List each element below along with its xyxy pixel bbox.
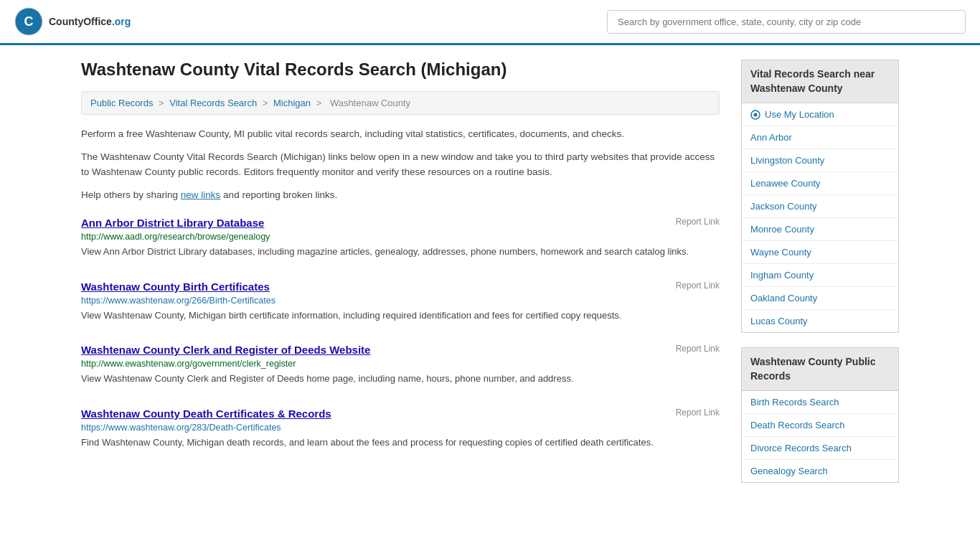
public-records-list: Birth Records SearchDeath Records Search… bbox=[741, 391, 899, 483]
sidebar-public-record-link[interactable]: Genealogy Search bbox=[750, 466, 828, 476]
report-link[interactable]: Report Link bbox=[676, 281, 720, 291]
sidebar-public-record-link[interactable]: Divorce Records Search bbox=[750, 443, 852, 453]
nearby-header: Vital Records Search near Washtenaw Coun… bbox=[741, 60, 899, 103]
sidebar-public-record-link[interactable]: Birth Records Search bbox=[750, 397, 839, 408]
resource-title[interactable]: Ann Arbor District Library Database bbox=[81, 217, 264, 229]
nearby-list: Use My Location Ann ArborLivingston Coun… bbox=[741, 103, 899, 333]
public-records-section: Washtenaw County Public Records Birth Re… bbox=[741, 347, 899, 483]
breadcrumb-sep3: > bbox=[316, 98, 324, 108]
sidebar-nearby-item: Lucas County bbox=[742, 310, 898, 332]
sidebar-nearby-link[interactable]: Lenawee County bbox=[750, 178, 821, 189]
report-link[interactable]: Report Link bbox=[676, 408, 720, 418]
sidebar-nearby-item: Ann Arbor bbox=[742, 126, 898, 149]
sidebar-nearby-link[interactable]: Livingston County bbox=[750, 155, 824, 166]
sidebar-nearby-item: Wayne County bbox=[742, 241, 898, 264]
sidebar-nearby-item: Oakland County bbox=[742, 287, 898, 310]
svg-text:C: C bbox=[24, 14, 34, 29]
sidebar: Vital Records Search near Washtenaw Coun… bbox=[741, 60, 899, 497]
header: C CountyOffice.org bbox=[0, 0, 980, 45]
sidebar-nearby-link[interactable]: Oakland County bbox=[750, 293, 817, 303]
sidebar-nearby-item: Ingham County bbox=[742, 264, 898, 287]
nearby-section: Vital Records Search near Washtenaw Coun… bbox=[741, 60, 899, 333]
public-records-header: Washtenaw County Public Records bbox=[741, 347, 899, 391]
sidebar-public-record-item: Genealogy Search bbox=[742, 460, 898, 482]
breadcrumb: Public Records > Vital Records Search > … bbox=[81, 91, 720, 115]
sidebar-nearby-link[interactable]: Monroe County bbox=[750, 224, 814, 235]
resource-description: View Washtenaw County Clerk and Register… bbox=[81, 372, 720, 386]
description-1: Perform a free Washtenaw County, MI publ… bbox=[81, 126, 720, 142]
breadcrumb-sep2: > bbox=[263, 98, 270, 108]
resources-list: Ann Arbor District Library Database Repo… bbox=[81, 217, 720, 456]
resource-title[interactable]: Washtenaw County Death Certificates & Re… bbox=[81, 408, 331, 420]
logo-text: CountyOffice.org bbox=[49, 16, 131, 27]
sidebar-nearby-link[interactable]: Jackson County bbox=[750, 201, 817, 212]
resource-item: Washtenaw County Birth Certificates Repo… bbox=[81, 281, 720, 330]
sidebar-nearby-link[interactable]: Ingham County bbox=[750, 270, 814, 281]
resource-item: Ann Arbor District Library Database Repo… bbox=[81, 217, 720, 266]
sidebar-public-record-item: Death Records Search bbox=[742, 414, 898, 437]
nearby-links: Ann ArborLivingston CountyLenawee County… bbox=[742, 126, 898, 332]
search-input[interactable] bbox=[607, 10, 966, 34]
resource-title[interactable]: Washtenaw County Birth Certificates bbox=[81, 281, 270, 293]
resource-title[interactable]: Washtenaw County Clerk and Register of D… bbox=[81, 344, 370, 356]
resource-url: http://www.aadl.org/research/browse/gene… bbox=[81, 232, 720, 242]
sidebar-nearby-item: Lenawee County bbox=[742, 172, 898, 195]
breadcrumb-current: Washtenaw County bbox=[330, 98, 410, 108]
sidebar-nearby-link[interactable]: Lucas County bbox=[750, 316, 808, 326]
location-icon bbox=[750, 110, 760, 120]
breadcrumb-public-records[interactable]: Public Records bbox=[90, 98, 153, 108]
search-bar[interactable] bbox=[607, 10, 966, 34]
resource-description: View Ann Arbor District Library database… bbox=[81, 245, 720, 259]
logo-icon: C bbox=[14, 7, 43, 36]
resource-header: Ann Arbor District Library Database Repo… bbox=[81, 217, 720, 229]
resource-header: Washtenaw County Death Certificates & Re… bbox=[81, 408, 720, 420]
breadcrumb-vital-records[interactable]: Vital Records Search bbox=[169, 98, 257, 108]
breadcrumb-michigan[interactable]: Michigan bbox=[273, 98, 311, 108]
sidebar-nearby-item: Jackson County bbox=[742, 195, 898, 218]
resource-header: Washtenaw County Clerk and Register of D… bbox=[81, 344, 720, 356]
use-location-item[interactable]: Use My Location bbox=[742, 103, 898, 126]
resource-item: Washtenaw County Clerk and Register of D… bbox=[81, 344, 720, 393]
use-location-label: Use My Location bbox=[765, 109, 834, 120]
content-area: Washtenaw County Vital Records Search (M… bbox=[81, 60, 720, 497]
logo-area: C CountyOffice.org bbox=[14, 7, 131, 36]
desc3-post: and reporting broken links. bbox=[220, 189, 337, 200]
resource-item: Washtenaw County Death Certificates & Re… bbox=[81, 408, 720, 457]
main-container: Washtenaw County Vital Records Search (M… bbox=[60, 45, 920, 512]
resource-url: https://www.washtenaw.org/266/Birth-Cert… bbox=[81, 296, 720, 306]
resource-header: Washtenaw County Birth Certificates Repo… bbox=[81, 281, 720, 293]
sidebar-public-record-link[interactable]: Death Records Search bbox=[750, 420, 845, 430]
sidebar-nearby-link[interactable]: Ann Arbor bbox=[750, 132, 792, 143]
resource-url: http://www.ewashtenaw.org/government/cle… bbox=[81, 359, 720, 369]
new-links-link[interactable]: new links bbox=[181, 189, 221, 200]
resource-description: View Washtenaw County, Michigan birth ce… bbox=[81, 309, 720, 323]
sidebar-nearby-link[interactable]: Wayne County bbox=[750, 247, 811, 258]
sidebar-public-record-item: Birth Records Search bbox=[742, 391, 898, 414]
page-title: Washtenaw County Vital Records Search (M… bbox=[81, 60, 720, 80]
breadcrumb-sep1: > bbox=[159, 98, 166, 108]
description-3: Help others by sharing new links and rep… bbox=[81, 187, 720, 203]
report-link[interactable]: Report Link bbox=[676, 217, 720, 227]
resource-description: Find Washtenaw County, Michigan death re… bbox=[81, 435, 720, 450]
sidebar-public-record-item: Divorce Records Search bbox=[742, 437, 898, 460]
resource-url: https://www.washtenaw.org/283/Death-Cert… bbox=[81, 423, 720, 433]
desc3-pre: Help others by sharing bbox=[81, 189, 181, 200]
sidebar-nearby-item: Livingston County bbox=[742, 149, 898, 172]
public-records-links: Birth Records SearchDeath Records Search… bbox=[742, 391, 898, 482]
svg-point-3 bbox=[754, 113, 758, 116]
description-2: The Washtenaw County Vital Records Searc… bbox=[81, 149, 720, 180]
sidebar-nearby-item: Monroe County bbox=[742, 218, 898, 241]
report-link[interactable]: Report Link bbox=[676, 344, 720, 354]
